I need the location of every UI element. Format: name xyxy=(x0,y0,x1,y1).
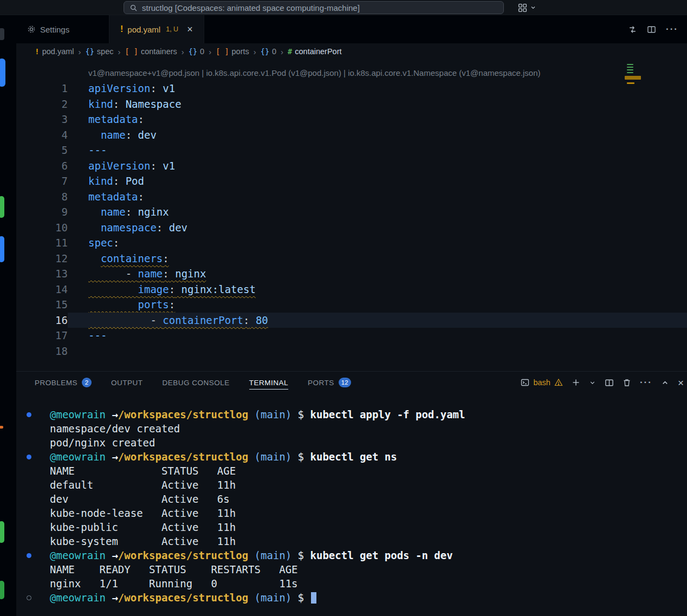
code-line-9[interactable]: 9 name: nginx xyxy=(16,204,687,220)
panel-tab-label: TERMINAL xyxy=(249,379,288,387)
breadcrumb-label: ports xyxy=(232,47,249,56)
code-line-13[interactable]: 13 - name: nginx xyxy=(16,266,687,282)
command-decoration-icon[interactable] xyxy=(27,595,31,600)
line-number: 11 xyxy=(16,235,68,251)
editor-tab-bar: Settings ! pod.yaml 1, U × xyxy=(16,15,687,43)
line-number: 6 xyxy=(16,158,68,174)
line-number: 4 xyxy=(16,127,68,143)
chevron-down-icon[interactable] xyxy=(589,379,596,386)
shell-selector[interactable]: bash xyxy=(521,378,562,387)
code-line-12[interactable]: 12 containers: xyxy=(16,251,687,267)
panel-tab-debug-console[interactable]: DEBUG CONSOLE xyxy=(163,372,230,393)
breadcrumb-separator-icon: › xyxy=(280,47,284,56)
panel-tab-ports[interactable]: PORTS12 xyxy=(308,372,351,393)
terminal-icon xyxy=(521,378,529,387)
breadcrumb-separator-icon: › xyxy=(181,47,185,56)
breadcrumb-item-0[interactable]: {}0 xyxy=(189,47,204,56)
code-line-15[interactable]: 15 ports: xyxy=(16,297,687,313)
search-icon xyxy=(129,4,138,12)
breadcrumb-item-0[interactable]: {}0 xyxy=(261,47,276,56)
bottom-panel: PROBLEMS2OUTPUTDEBUG CONSOLETERMINALPORT… xyxy=(16,371,687,616)
trash-icon[interactable] xyxy=(623,378,631,387)
code-line-7[interactable]: 7kind: Pod xyxy=(16,173,687,189)
terminal-cursor xyxy=(311,592,316,604)
breadcrumb-item-spec[interactable]: {}spec xyxy=(86,47,114,56)
obj-symbol-icon: {} xyxy=(86,47,94,56)
code-line-10[interactable]: 10 namespace: dev xyxy=(16,220,687,236)
activity-bar-strip xyxy=(0,15,16,616)
shell-label: bash xyxy=(533,378,550,387)
code-line-1[interactable]: 1apiVersion: v1 xyxy=(16,81,687,96)
code-line-5[interactable]: 5--- xyxy=(16,142,687,158)
breadcrumb-label: containerPort xyxy=(295,47,341,56)
activity-icon-fragment xyxy=(0,59,5,87)
obj-symbol-icon: {} xyxy=(189,47,197,56)
terminal[interactable]: @meowrain →/workspaces/structlog (main) … xyxy=(16,393,687,605)
code-line-8[interactable]: 8metadata: xyxy=(16,189,687,205)
breadcrumb-item-pod.yaml[interactable]: !pod.yaml xyxy=(35,47,74,56)
schema-hint-codelens[interactable]: v1@namespace+v1@pod.json | io.k8s.api.co… xyxy=(16,60,687,81)
tab-label: Settings xyxy=(40,25,69,34)
terminal-row: nginx 1/1 Running 0 11s xyxy=(24,576,687,591)
activity-icon-fragment xyxy=(0,28,4,40)
split-editor-icon[interactable] xyxy=(647,25,656,34)
code-line-11[interactable]: 11spec: xyxy=(16,235,687,251)
code-line-18[interactable]: 18 xyxy=(16,343,687,359)
code-line-16[interactable]: 16 - containerPort: 80 xyxy=(16,313,687,328)
tab-settings[interactable]: Settings xyxy=(16,15,109,43)
editor[interactable]: v1@namespace+v1@pod.json | io.k8s.api.co… xyxy=(16,60,687,371)
command-decoration-icon[interactable] xyxy=(27,455,31,459)
command-decoration-icon[interactable] xyxy=(27,553,31,558)
compare-changes-icon[interactable] xyxy=(628,25,637,34)
panel-tab-output[interactable]: OUTPUT xyxy=(111,372,143,393)
terminal-row: kube-system Active 11h xyxy=(24,534,687,548)
breadcrumb-item-containers[interactable]: [ ]containers xyxy=(125,47,177,56)
code-line-2[interactable]: 2kind: Namespace xyxy=(16,96,687,112)
title-bar: structlog [Codespaces: animated space co… xyxy=(0,0,687,15)
terminal-row: @meowrain →/workspaces/structlog (main) … xyxy=(24,548,687,562)
breadcrumb-label: spec xyxy=(97,47,114,56)
breadcrumb: !pod.yaml›{}spec›[ ]containers›{}0›[ ]po… xyxy=(16,43,687,60)
tab-label: pod.yaml xyxy=(127,25,160,34)
terminal-row: kube-public Active 11h xyxy=(24,520,687,534)
code-line-3[interactable]: 3metadata: xyxy=(16,112,687,127)
count-badge: 2 xyxy=(82,378,92,387)
terminal-row: namespace/dev created xyxy=(24,422,687,436)
command-center-search[interactable]: structlog [Codespaces: animated space co… xyxy=(124,1,504,14)
panel-tab-problems[interactable]: PROBLEMS2 xyxy=(35,372,92,393)
code-line-14[interactable]: 14 image: nginx:latest xyxy=(16,282,687,297)
terminal-row: @meowrain →/workspaces/structlog (main) … xyxy=(24,450,687,464)
breadcrumb-item-containerport[interactable]: #containerPort xyxy=(288,47,341,56)
tab-pod-yaml[interactable]: ! pod.yaml 1, U × xyxy=(109,15,204,43)
line-number: 15 xyxy=(16,297,68,313)
split-terminal-icon[interactable] xyxy=(605,378,614,387)
activity-icon-fragment xyxy=(0,196,4,218)
close-icon[interactable]: × xyxy=(187,24,193,34)
line-number: 1 xyxy=(16,81,68,96)
chevron-down-icon[interactable] xyxy=(530,4,536,11)
gear-icon xyxy=(27,25,36,34)
code-line-6[interactable]: 6apiVersion: v1 xyxy=(16,158,687,174)
search-text: structlog [Codespaces: animated space co… xyxy=(142,3,360,12)
more-actions-icon[interactable]: ··· xyxy=(666,24,678,35)
chevron-up-icon[interactable] xyxy=(661,379,669,387)
field-symbol-icon: # xyxy=(288,47,292,56)
more-actions-icon[interactable]: ··· xyxy=(640,377,652,388)
breadcrumb-separator-icon: › xyxy=(117,47,121,56)
terminal-row: @meowrain →/workspaces/structlog (main) … xyxy=(24,591,687,605)
new-terminal-icon[interactable] xyxy=(572,378,580,387)
terminal-row: @meowrain →/workspaces/structlog (main) … xyxy=(24,407,687,422)
layout-grid-icon[interactable] xyxy=(518,3,527,12)
code-line-4[interactable]: 4 name: dev xyxy=(16,127,687,143)
close-panel-icon[interactable]: × xyxy=(678,378,684,388)
line-number: 2 xyxy=(16,96,68,112)
line-number: 18 xyxy=(16,343,68,359)
tab-status-badge: 1, U xyxy=(166,25,178,33)
command-decoration-icon[interactable] xyxy=(27,412,31,417)
breadcrumb-separator-icon: › xyxy=(208,47,212,56)
panel-tabs: PROBLEMS2OUTPUTDEBUG CONSOLETERMINALPORT… xyxy=(35,372,351,393)
breadcrumb-item-ports[interactable]: [ ]ports xyxy=(216,47,249,56)
code-line-17[interactable]: 17--- xyxy=(16,328,687,343)
terminal-controls: bash xyxy=(521,377,684,388)
panel-tab-terminal[interactable]: TERMINAL xyxy=(249,372,288,393)
